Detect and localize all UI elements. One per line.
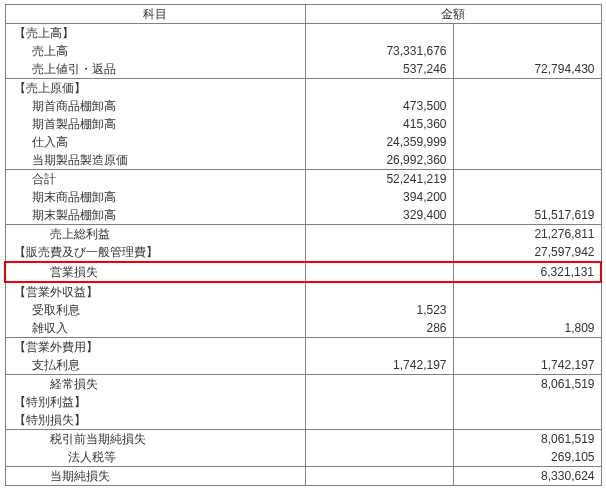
- row-label: 経常損失: [5, 375, 305, 394]
- row-amount-1: 26,992,360: [305, 151, 453, 170]
- table-row: 経常損失8,061,519: [5, 375, 601, 394]
- row-amount-2: 6,321,131: [453, 262, 601, 282]
- row-amount-1: [305, 243, 453, 262]
- row-label: 仕入高: [5, 133, 305, 151]
- row-amount-1: 24,359,999: [305, 133, 453, 151]
- table-row: 合計52,241,219: [5, 170, 601, 189]
- row-amount-2: [453, 338, 601, 357]
- row-label: 【売上原価】: [5, 79, 305, 98]
- row-amount-1: [305, 411, 453, 430]
- row-amount-1: [305, 430, 453, 449]
- table-row: 売上総利益21,276,811: [5, 225, 601, 244]
- table-row: 仕入高24,359,999: [5, 133, 601, 151]
- row-amount-1: [305, 225, 453, 244]
- row-label: 【特別損失】: [5, 411, 305, 430]
- row-label: 期末商品棚卸高: [5, 188, 305, 206]
- financial-statement-table: 科目 金額 【売上高】売上高73,331,676売上値引・返品537,24672…: [4, 4, 602, 486]
- row-amount-2: [453, 170, 601, 189]
- row-amount-2: 8,061,519: [453, 430, 601, 449]
- row-label: 【営業外費用】: [5, 338, 305, 357]
- row-amount-2: [453, 411, 601, 430]
- table-row: 期末製品棚卸高329,40051,517,619: [5, 206, 601, 225]
- row-amount-2: [453, 282, 601, 301]
- row-amount-1: [305, 393, 453, 411]
- header-amount: 金額: [305, 5, 601, 24]
- row-amount-2: [453, 151, 601, 170]
- row-label: 受取利息: [5, 301, 305, 319]
- row-amount-2: 1,809: [453, 319, 601, 338]
- table-row: 売上値引・返品537,24672,794,430: [5, 60, 601, 79]
- table-row: 雑収入2861,809: [5, 319, 601, 338]
- table-row: 【売上高】: [5, 24, 601, 43]
- row-label: 期末製品棚卸高: [5, 206, 305, 225]
- row-amount-1: [305, 467, 453, 486]
- row-label: 税引前当期純損失: [5, 430, 305, 449]
- row-label: 営業損失: [5, 262, 305, 282]
- row-label: 売上値引・返品: [5, 60, 305, 79]
- row-amount-1: 286: [305, 319, 453, 338]
- row-label: 【販売費及び一般管理費】: [5, 243, 305, 262]
- table-row: 【営業外費用】: [5, 338, 601, 357]
- table-row: 税引前当期純損失8,061,519: [5, 430, 601, 449]
- row-amount-2: 8,061,519: [453, 375, 601, 394]
- row-label: 当期製品製造原価: [5, 151, 305, 170]
- row-amount-1: [305, 24, 453, 43]
- table-row: 受取利息1,523: [5, 301, 601, 319]
- row-label: 期首商品棚卸高: [5, 97, 305, 115]
- row-amount-1: 73,331,676: [305, 42, 453, 60]
- row-amount-1: [305, 79, 453, 98]
- row-label: 雑収入: [5, 319, 305, 338]
- table-row: 当期純損失8,330,624: [5, 467, 601, 486]
- row-label: 当期純損失: [5, 467, 305, 486]
- table-row: 【売上原価】: [5, 79, 601, 98]
- row-amount-1: 394,200: [305, 188, 453, 206]
- table-row: 期首商品棚卸高473,500: [5, 97, 601, 115]
- row-amount-1: 1,742,197: [305, 356, 453, 375]
- table-row: 当期製品製造原価26,992,360: [5, 151, 601, 170]
- row-amount-2: [453, 133, 601, 151]
- header-item: 科目: [5, 5, 305, 24]
- row-label: 【売上高】: [5, 24, 305, 43]
- row-label: 支払利息: [5, 356, 305, 375]
- row-amount-2: [453, 301, 601, 319]
- row-amount-2: [453, 115, 601, 133]
- row-amount-1: [305, 375, 453, 394]
- table-row: 期首製品棚卸高415,360: [5, 115, 601, 133]
- table-row: 支払利息1,742,1971,742,197: [5, 356, 601, 375]
- table-row: 【特別損失】: [5, 411, 601, 430]
- row-label: 【特別利益】: [5, 393, 305, 411]
- row-amount-1: 1,523: [305, 301, 453, 319]
- row-amount-2: [453, 79, 601, 98]
- row-amount-1: 415,360: [305, 115, 453, 133]
- row-label: 法人税等: [5, 448, 305, 467]
- row-amount-2: 8,330,624: [453, 467, 601, 486]
- table-row: 【販売費及び一般管理費】27,597,942: [5, 243, 601, 262]
- row-amount-2: [453, 24, 601, 43]
- row-amount-1: [305, 448, 453, 467]
- row-amount-1: 537,246: [305, 60, 453, 79]
- row-amount-2: 27,597,942: [453, 243, 601, 262]
- row-amount-1: [305, 262, 453, 282]
- row-amount-2: 21,276,811: [453, 225, 601, 244]
- table-row: 法人税等269,105: [5, 448, 601, 467]
- row-label: 売上高: [5, 42, 305, 60]
- row-amount-1: 52,241,219: [305, 170, 453, 189]
- row-amount-2: 269,105: [453, 448, 601, 467]
- row-amount-1: [305, 338, 453, 357]
- table-row: 【営業外収益】: [5, 282, 601, 301]
- row-amount-1: [305, 282, 453, 301]
- table-row: 営業損失6,321,131: [5, 262, 601, 282]
- row-amount-2: [453, 97, 601, 115]
- row-amount-2: [453, 42, 601, 60]
- row-amount-2: 1,742,197: [453, 356, 601, 375]
- table-row: 期末商品棚卸高394,200: [5, 188, 601, 206]
- table-header-row: 科目 金額: [5, 5, 601, 24]
- row-label: 合計: [5, 170, 305, 189]
- row-amount-2: [453, 393, 601, 411]
- row-label: 期首製品棚卸高: [5, 115, 305, 133]
- row-amount-1: 473,500: [305, 97, 453, 115]
- row-amount-1: 329,400: [305, 206, 453, 225]
- row-amount-2: 72,794,430: [453, 60, 601, 79]
- row-amount-2: 51,517,619: [453, 206, 601, 225]
- table-row: 売上高73,331,676: [5, 42, 601, 60]
